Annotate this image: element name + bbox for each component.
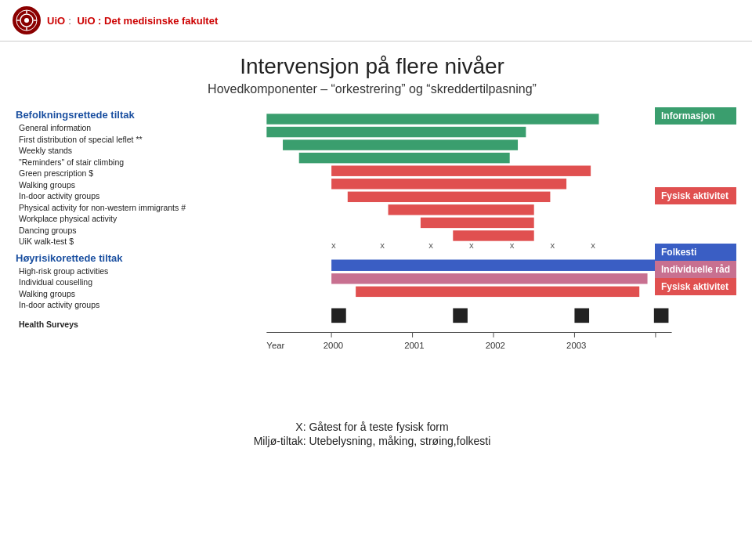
- svg-rect-12: [331, 179, 566, 189]
- svg-rect-26: [356, 287, 639, 297]
- svg-rect-24: [331, 259, 656, 270]
- label-green-rx: Green prescription $: [16, 168, 258, 179]
- label-uik: UiK walk-test $: [16, 236, 258, 247]
- svg-rect-11: [331, 165, 591, 175]
- svg-text:x: x: [591, 240, 595, 250]
- footer-line2: Miljø-tiltak: Utebelysning, måking, strø…: [16, 435, 728, 447]
- label-physical-nw: Physical activity for non-western immigr…: [16, 202, 258, 214]
- svg-rect-25: [331, 273, 647, 284]
- legend: Informasjon Fysisk aktivitet Folkesti In…: [655, 107, 736, 295]
- svg-text:x: x: [428, 240, 433, 250]
- befolkning-title: Befolkningsrettede tiltak: [16, 109, 258, 121]
- page-subtitle: Hovedkomponenter – “orkestrering” og “sk…: [16, 82, 728, 96]
- footer-text: X: Gåtest for å teste fysisk form Miljø-…: [16, 421, 728, 447]
- svg-rect-28: [453, 309, 468, 323]
- svg-rect-13: [348, 192, 551, 202]
- svg-rect-10: [299, 153, 510, 163]
- page-title: Intervensjon på flere nivåer: [16, 54, 728, 79]
- label-health-surveys: Health Surveys: [16, 319, 258, 331]
- legend-individuelle: Individuelle råd: [655, 261, 736, 278]
- hoyrisiko-title: Høyrisikorettede tiltak: [16, 252, 258, 264]
- label-high-risk: High-risk group activities: [16, 266, 258, 277]
- label-general-info: General information: [16, 122, 258, 134]
- main-content: Intervensjon på flere nivåer Hovedkompon…: [0, 42, 752, 457]
- page-header: UiO: UiO : Det medisinske fakultet: [0, 0, 752, 42]
- svg-text:x: x: [550, 240, 555, 250]
- svg-point-2: [24, 18, 29, 23]
- label-individual: Individual couselling: [16, 276, 258, 288]
- label-indoor: In-door activity groups: [16, 190, 258, 202]
- label-first-dist: First distribution of special leflet **: [16, 134, 258, 146]
- left-labels: Befolkningsrettede tiltak General inform…: [16, 107, 258, 397]
- svg-text:Year: Year: [266, 341, 284, 350]
- svg-rect-27: [331, 309, 346, 323]
- svg-rect-9: [283, 139, 518, 150]
- footer-line1: X: Gåtest for å teste fysisk form: [16, 421, 728, 433]
- svg-text:2002: 2002: [486, 341, 505, 350]
- institution-name: UiO: UiO : Det medisinske fakultet: [47, 15, 221, 27]
- uio-logo: [13, 6, 41, 34]
- svg-rect-8: [266, 127, 526, 137]
- svg-rect-29: [574, 309, 589, 323]
- label-weekly: Weekly stands: [16, 145, 258, 157]
- svg-text:x: x: [331, 240, 336, 250]
- chart-area: x x x x x x x: [258, 107, 728, 397]
- svg-text:x: x: [380, 240, 385, 250]
- chart-container: Befolkningsrettede tiltak General inform…: [16, 107, 728, 397]
- legend-folkesti: Folkesti: [655, 244, 736, 261]
- label-indoor-hr: In-door activity groups: [16, 299, 258, 311]
- svg-text:x: x: [469, 240, 474, 250]
- label-dancing: Dancing groups: [16, 225, 258, 237]
- svg-rect-14: [389, 204, 534, 215]
- label-walking: Walking groups: [16, 179, 258, 191]
- legend-fysisk2: Fysisk aktivitet: [655, 278, 736, 295]
- svg-text:2003: 2003: [566, 341, 586, 350]
- legend-fysisk1: Fysisk aktivitet: [655, 187, 736, 204]
- svg-text:x: x: [510, 240, 515, 250]
- label-reminders: "Reminders" of stair climbing: [16, 157, 258, 168]
- svg-rect-30: [654, 309, 669, 323]
- label-walking-hr: Walking groups: [16, 288, 258, 300]
- legend-informasjon: Informasjon: [655, 107, 736, 125]
- svg-text:2000: 2000: [324, 341, 343, 350]
- svg-text:2001: 2001: [404, 341, 424, 350]
- svg-rect-15: [421, 218, 534, 228]
- svg-rect-7: [266, 114, 598, 124]
- svg-rect-16: [453, 230, 533, 240]
- label-workplace: Workplace physical activity: [16, 213, 258, 225]
